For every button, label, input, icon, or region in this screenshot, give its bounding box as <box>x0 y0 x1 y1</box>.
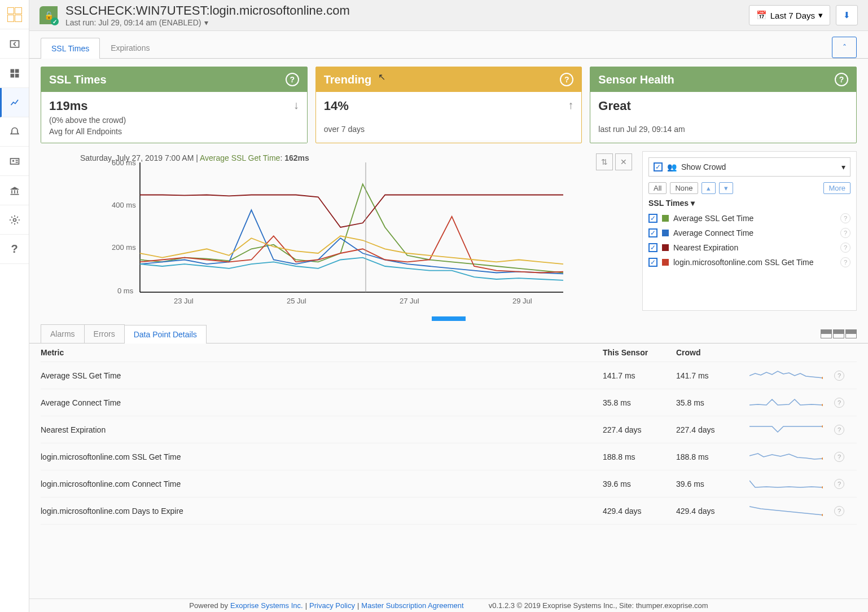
show-crowd-toggle[interactable]: ✓ 👥 Show Crowd ▾ <box>648 157 851 177</box>
sensor-shield-icon: 🔒 <box>40 6 58 24</box>
table-row[interactable]: login.microsoftonline.com Connect Time39… <box>41 470 857 497</box>
svg-point-30 <box>822 514 823 516</box>
svg-text:25 Jul: 25 Jul <box>287 297 306 305</box>
splitter-handle[interactable] <box>29 316 868 321</box>
ssl-sub1: (0% above the crowd) <box>49 116 126 125</box>
table-row[interactable]: Average SSL Get Time141.7 ms141.7 ms? <box>41 362 857 389</box>
legend-more-button[interactable]: More <box>823 182 851 194</box>
help-circle-icon[interactable]: ? <box>286 73 299 86</box>
last-run-label[interactable]: Last run: Jul 29, 09:14 am (ENABLED) ▾ <box>65 18 350 27</box>
crowd-cell: 429.4 days <box>676 507 749 516</box>
health-value: Great <box>598 99 685 113</box>
back-icon[interactable] <box>0 29 29 59</box>
svg-point-27 <box>822 425 823 428</box>
card-ssl-times: SSL Times? 119ms (0% above the crowd) Av… <box>41 67 308 143</box>
svg-text:400 ms: 400 ms <box>112 201 136 209</box>
layout-toggle[interactable] <box>821 329 857 338</box>
details-table: Metric This Sensor Crowd Average SSL Get… <box>29 344 868 525</box>
card-trend-title: Trending <box>324 73 371 86</box>
collapse-button[interactable]: ˄ <box>832 37 857 58</box>
tab-expirations[interactable]: Expirations <box>100 37 160 58</box>
sparkline <box>749 395 834 410</box>
legend-panel: ✓ 👥 Show Crowd ▾ All None ▴ ▾ More SSL T… <box>642 151 857 311</box>
legend-none-button[interactable]: None <box>670 182 698 194</box>
help-circle-icon[interactable]: ? <box>560 73 573 86</box>
institution-icon[interactable] <box>0 176 29 205</box>
table-row[interactable]: login.microsoftonline.com SSL Get Time18… <box>41 443 857 470</box>
logo-icon[interactable] <box>0 0 29 29</box>
download-button[interactable]: ⬇ <box>836 5 858 25</box>
legend-all-button[interactable]: All <box>648 182 667 194</box>
legend-item[interactable]: ✓Average Connect Time? <box>648 226 851 240</box>
sparkline <box>749 503 834 518</box>
sensor-cell: 35.8 ms <box>603 398 676 407</box>
trend-sub: over 7 days <box>324 125 365 134</box>
legend-up-button[interactable]: ▴ <box>702 182 716 194</box>
card-health-title: Sensor Health <box>598 73 674 86</box>
trend-value: 14% <box>324 99 365 113</box>
legend-down-button[interactable]: ▾ <box>719 182 733 194</box>
metric-cell: login.microsoftonline.com Connect Time <box>41 479 603 488</box>
dashboard-icon[interactable] <box>0 59 29 88</box>
help-icon[interactable]: ? <box>0 235 29 264</box>
row-help-icon[interactable]: ? <box>834 425 857 435</box>
id-card-icon[interactable] <box>0 147 29 176</box>
gear-icon[interactable] <box>0 205 29 235</box>
svg-point-13 <box>13 218 16 221</box>
footer-msa-link[interactable]: Master Subscription Agreement <box>361 601 463 610</box>
svg-text:0 ms: 0 ms <box>117 287 134 295</box>
caret-down-icon: ▾ <box>691 199 695 208</box>
sensor-cell: 227.4 days <box>603 425 676 434</box>
legend-item[interactable]: ✓login.microsoftonline.com SSL Get Time? <box>648 255 851 270</box>
table-row[interactable]: Nearest Expiration227.4 days227.4 days? <box>41 416 857 443</box>
legend-item[interactable]: ✓Nearest Expiration? <box>648 240 851 255</box>
table-row[interactable]: login.microsoftonline.com Days to Expire… <box>41 497 857 525</box>
footer-privacy-link[interactable]: Privacy Policy <box>309 601 355 610</box>
metric-cell: login.microsoftonline.com Days to Expire <box>41 507 603 516</box>
card-sensor-health: Sensor Health? Great last run Jul 29, 09… <box>590 67 857 143</box>
date-range-button[interactable]: 📅 Last 7 Days ▾ <box>749 5 830 25</box>
footer-company-link[interactable]: Exoprise Systems Inc. <box>230 601 303 610</box>
metric-cell: login.microsoftonline.com SSL Get Time <box>41 452 603 461</box>
ssl-value: 119ms <box>49 99 126 113</box>
help-circle-icon[interactable]: ? <box>835 73 848 86</box>
svg-rect-1 <box>10 69 14 73</box>
svg-point-6 <box>12 160 14 161</box>
legend-group-title[interactable]: SSL Times ▾ <box>648 199 851 208</box>
chart-area[interactable]: Saturday, July 27, 2019 7:00 AM | Averag… <box>41 151 634 311</box>
charts-icon[interactable] <box>0 88 29 117</box>
tab-data-point-details[interactable]: Data Point Details <box>124 325 207 344</box>
tab-errors[interactable]: Errors <box>84 324 125 343</box>
row-help-icon[interactable]: ? <box>834 398 857 408</box>
chevron-down-icon: ▾ <box>841 162 845 171</box>
footer-version: v0.1.2.3 © 2019 Exoprise Systems Inc., S… <box>489 601 708 610</box>
svg-point-25 <box>822 377 823 379</box>
svg-text:27 Jul: 27 Jul <box>400 297 419 305</box>
ssl-sub2: Avg for All Endpoints <box>49 127 126 136</box>
alarms-icon[interactable] <box>0 117 29 147</box>
chart-close-button[interactable]: ✕ <box>615 153 632 170</box>
left-nav: ? <box>0 0 29 612</box>
legend-item[interactable]: ✓Average SSL Get Time? <box>648 211 851 226</box>
chevron-up-icon: ˄ <box>843 43 847 52</box>
tab-ssl-times[interactable]: SSL Times <box>41 38 100 59</box>
sparkline <box>749 368 834 383</box>
svg-text:29 Jul: 29 Jul <box>512 297 532 305</box>
table-row[interactable]: Average Connect Time35.8 ms35.8 ms? <box>41 389 857 416</box>
row-help-icon[interactable]: ? <box>834 371 857 381</box>
tabs-row: SSL Times Expirations ˄ <box>29 31 868 59</box>
row-help-icon[interactable]: ? <box>834 506 857 516</box>
svg-rect-9 <box>11 190 12 193</box>
crowd-cell: 39.6 ms <box>676 479 749 488</box>
tab-alarms[interactable]: Alarms <box>41 324 85 343</box>
caret-down-icon: ▾ <box>818 10 823 20</box>
col-crowd: Crowd <box>676 348 749 357</box>
chart-resize-button[interactable]: ⇅ <box>596 153 613 170</box>
svg-point-29 <box>822 486 823 488</box>
metric-cell: Average SSL Get Time <box>41 371 603 380</box>
svg-rect-4 <box>15 73 19 77</box>
chevron-down-icon: ▾ <box>204 18 208 27</box>
row-help-icon[interactable]: ? <box>834 479 857 489</box>
svg-rect-0 <box>10 41 19 47</box>
row-help-icon[interactable]: ? <box>834 452 857 462</box>
